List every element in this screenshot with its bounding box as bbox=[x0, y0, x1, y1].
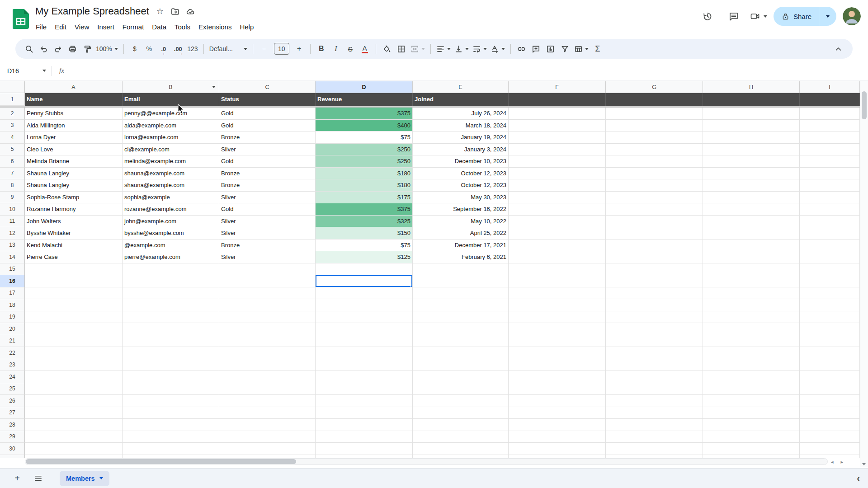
cell-C23[interactable] bbox=[219, 359, 316, 371]
borders-icon[interactable] bbox=[394, 42, 409, 56]
cell-B6[interactable]: melinda@example.com bbox=[123, 155, 219, 168]
cell-F13[interactable] bbox=[509, 239, 606, 252]
cell-C28[interactable] bbox=[219, 419, 316, 431]
cell-F24[interactable] bbox=[509, 371, 606, 383]
cell-D31[interactable] bbox=[316, 455, 413, 459]
cell-G13[interactable] bbox=[606, 239, 703, 252]
cell-E7[interactable]: October 12, 2023 bbox=[413, 168, 509, 180]
cell-D28[interactable] bbox=[316, 419, 413, 431]
cell-H9[interactable] bbox=[703, 192, 800, 204]
cell-C6[interactable]: Gold bbox=[219, 155, 316, 168]
cell-I11[interactable] bbox=[800, 216, 860, 228]
cell-B17[interactable] bbox=[123, 287, 219, 300]
cell-A4[interactable]: Lorna Dyer bbox=[25, 131, 123, 144]
cell-G27[interactable] bbox=[606, 407, 703, 419]
cell-I4[interactable] bbox=[800, 131, 860, 144]
cell-A9[interactable]: Sophia-Rose Stamp bbox=[25, 192, 123, 204]
cell-F6[interactable] bbox=[509, 155, 606, 168]
cell-E29[interactable] bbox=[413, 431, 509, 443]
cell-E10[interactable]: September 16, 2022 bbox=[413, 203, 509, 216]
menu-extensions[interactable]: Extensions bbox=[194, 22, 236, 32]
star-icon[interactable]: ☆ bbox=[156, 7, 165, 16]
cell-I2[interactable] bbox=[800, 108, 860, 120]
cell-I18[interactable] bbox=[800, 299, 860, 311]
cell-E19[interactable] bbox=[413, 311, 509, 324]
cell-D24[interactable] bbox=[316, 371, 413, 383]
cell-B5[interactable]: cl@example.com bbox=[123, 144, 219, 156]
cell-D9[interactable]: $175 bbox=[316, 192, 413, 204]
row-header-28[interactable]: 28 bbox=[0, 419, 25, 431]
cell-D29[interactable] bbox=[316, 431, 413, 443]
increase-font-size-button[interactable]: + bbox=[292, 42, 307, 56]
cell-F12[interactable] bbox=[509, 227, 606, 239]
cell-B18[interactable] bbox=[123, 299, 219, 311]
cell-H19[interactable] bbox=[703, 311, 800, 324]
text-color-button[interactable]: A bbox=[358, 42, 372, 56]
cell-D16[interactable] bbox=[316, 275, 413, 287]
cell-G28[interactable] bbox=[606, 419, 703, 431]
add-sheet-icon[interactable]: + bbox=[8, 469, 26, 488]
bold-button[interactable]: B bbox=[314, 42, 329, 56]
cell-F3[interactable] bbox=[509, 120, 606, 132]
cell-I29[interactable] bbox=[800, 431, 860, 443]
cell-A2[interactable]: Penny Stubbs bbox=[25, 108, 123, 120]
share-caret-button[interactable] bbox=[819, 7, 836, 26]
cell-G22[interactable] bbox=[606, 347, 703, 359]
cell-A27[interactable] bbox=[25, 407, 123, 419]
print-icon[interactable] bbox=[65, 42, 80, 56]
menu-data[interactable]: Data bbox=[148, 22, 170, 32]
cell-D6[interactable]: $250 bbox=[316, 155, 413, 168]
cell-B21[interactable] bbox=[123, 335, 219, 347]
menu-edit[interactable]: Edit bbox=[51, 22, 71, 32]
cell-B9[interactable]: sophia@example bbox=[123, 192, 219, 204]
cell-E1[interactable]: Joined bbox=[413, 93, 509, 106]
increase-decimal-button[interactable]: .00→ bbox=[171, 42, 185, 56]
scroll-right-icon[interactable]: ▸ bbox=[841, 459, 844, 465]
fill-color-icon[interactable] bbox=[380, 42, 394, 56]
cell-I26[interactable] bbox=[800, 395, 860, 407]
cell-B22[interactable] bbox=[123, 347, 219, 359]
cell-E18[interactable] bbox=[413, 299, 509, 311]
cell-E21[interactable] bbox=[413, 335, 509, 347]
cell-D20[interactable] bbox=[316, 323, 413, 335]
cell-D21[interactable] bbox=[316, 335, 413, 347]
cell-A31[interactable] bbox=[25, 455, 123, 459]
cell-I14[interactable] bbox=[800, 251, 860, 263]
cell-C10[interactable]: Gold bbox=[219, 203, 316, 216]
cell-I1[interactable] bbox=[800, 93, 860, 106]
cell-I27[interactable] bbox=[800, 407, 860, 419]
row-header-22[interactable]: 22 bbox=[0, 347, 25, 359]
cell-I9[interactable] bbox=[800, 192, 860, 204]
cell-G17[interactable] bbox=[606, 287, 703, 300]
cell-D14[interactable]: $125 bbox=[316, 251, 413, 263]
cell-C21[interactable] bbox=[219, 335, 316, 347]
cell-H25[interactable] bbox=[703, 383, 800, 395]
cell-F29[interactable] bbox=[509, 431, 606, 443]
row-header-13[interactable]: 13 bbox=[0, 239, 25, 252]
cell-I3[interactable] bbox=[800, 120, 860, 132]
create-filter-icon[interactable] bbox=[558, 42, 572, 56]
cell-F28[interactable] bbox=[509, 419, 606, 431]
text-wrap-button[interactable] bbox=[471, 42, 489, 56]
vertical-scrollbar-thumb[interactable] bbox=[862, 91, 867, 119]
cell-H7[interactable] bbox=[703, 168, 800, 180]
cell-A30[interactable] bbox=[25, 443, 123, 455]
cell-B3[interactable]: aida@example.com bbox=[123, 120, 219, 132]
cell-D22[interactable] bbox=[316, 347, 413, 359]
redo-icon[interactable] bbox=[51, 42, 65, 56]
cell-F4[interactable] bbox=[509, 131, 606, 144]
horizontal-scrollbar[interactable] bbox=[25, 458, 828, 465]
cell-B13[interactable]: @example.com bbox=[123, 239, 219, 252]
cell-E4[interactable]: January 19, 2024 bbox=[413, 131, 509, 144]
cell-C20[interactable] bbox=[219, 323, 316, 335]
column-header-A[interactable]: A bbox=[25, 81, 123, 93]
cell-C27[interactable] bbox=[219, 407, 316, 419]
sheets-logo-icon[interactable] bbox=[13, 9, 29, 29]
cell-I12[interactable] bbox=[800, 227, 860, 239]
row-header-17[interactable]: 17 bbox=[0, 287, 25, 300]
cell-C12[interactable]: Silver bbox=[219, 227, 316, 239]
cell-F25[interactable] bbox=[509, 383, 606, 395]
row-header-21[interactable]: 21 bbox=[0, 335, 25, 347]
cell-B28[interactable] bbox=[123, 419, 219, 431]
cell-D25[interactable] bbox=[316, 383, 413, 395]
